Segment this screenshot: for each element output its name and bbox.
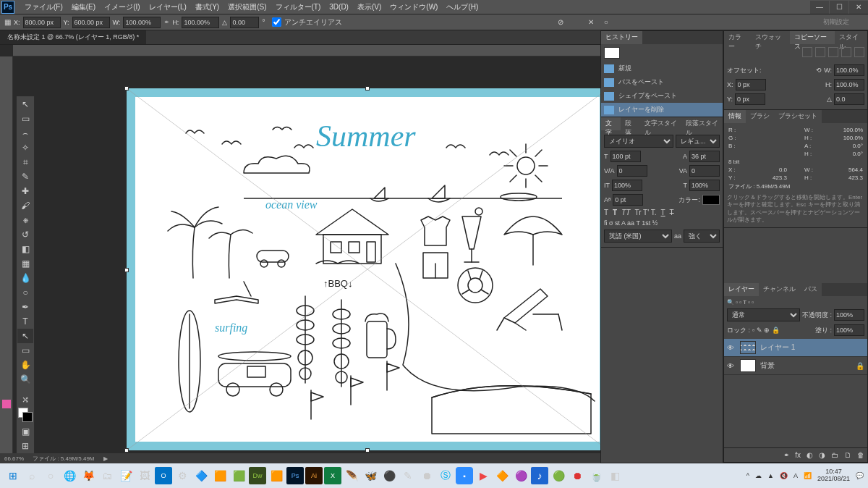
clone-src-icon[interactable]	[854, 47, 864, 57]
firefox-icon[interactable]: 🦊	[80, 467, 97, 484]
src-w-input[interactable]	[834, 64, 864, 76]
lasso-tool[interactable]: ⌢	[17, 126, 33, 140]
outlook-icon[interactable]: O	[155, 467, 172, 484]
opt-angle-input[interactable]	[230, 17, 259, 28]
visibility-icon[interactable]: 👁	[727, 362, 736, 370]
app-icon[interactable]: ✎	[399, 467, 417, 484]
app-icon[interactable]: ♪	[531, 467, 548, 484]
move-tool[interactable]: ↖	[17, 97, 33, 112]
opt-y-input[interactable]	[72, 17, 110, 28]
history-item[interactable]: レイヤーを削除	[601, 103, 723, 117]
close-button[interactable]: ✕	[849, 1, 868, 14]
menu-window[interactable]: ウィンドウ(W)	[386, 0, 442, 14]
menu-select[interactable]: 選択範囲(S)	[224, 0, 271, 14]
cancel-transform-icon[interactable]: ⊘	[558, 18, 563, 26]
text-color-swatch[interactable]	[702, 195, 720, 205]
vlc-icon[interactable]: 🔶	[493, 467, 511, 484]
src-x-input[interactable]	[736, 79, 766, 91]
tray-notifications-icon[interactable]: 💬	[856, 472, 864, 479]
app-icon[interactable]: 🟩	[230, 467, 247, 484]
app-icon[interactable]: 🦋	[362, 467, 379, 484]
aa-select[interactable]: 強く	[684, 230, 720, 243]
screen-mode-tool[interactable]: ⊞	[17, 439, 33, 453]
preset-label[interactable]: 初期設定	[823, 17, 849, 27]
app-icon[interactable]: 🟣	[512, 467, 529, 484]
clone-src-icon[interactable]	[802, 47, 812, 57]
hscale-input[interactable]	[689, 180, 720, 191]
app-icon[interactable]: 🔷	[192, 467, 210, 484]
heal-tool[interactable]: ✚	[17, 184, 33, 198]
menu-type[interactable]: 書式(Y)	[191, 0, 224, 14]
skype-icon[interactable]: Ⓢ	[437, 467, 454, 484]
delete-layer-icon[interactable]: 🗑	[857, 451, 864, 459]
explorer-icon[interactable]: 🗂	[98, 467, 116, 484]
kern-input[interactable]	[617, 165, 647, 177]
track-input[interactable]	[689, 165, 720, 177]
fill-input[interactable]	[834, 324, 864, 336]
app-icon[interactable]: 🟧	[211, 467, 229, 484]
eraser-tool[interactable]: ◧	[17, 242, 33, 256]
transform-handle[interactable]	[365, 86, 370, 91]
history-tab[interactable]: ヒストリー	[601, 31, 642, 44]
brush-tool[interactable]: 🖌	[17, 198, 33, 213]
baseline-input[interactable]	[613, 194, 643, 206]
minimize-button[interactable]: —	[810, 1, 829, 14]
marquee-tool[interactable]: ▭	[17, 112, 33, 126]
chrome-icon[interactable]: 🌐	[61, 467, 78, 484]
menu-help[interactable]: ヘルプ(H)	[442, 0, 482, 14]
transform-handle[interactable]	[365, 448, 370, 453]
record-icon[interactable]: ⏺	[569, 467, 586, 484]
gradient-tool[interactable]: ▦	[17, 256, 33, 271]
brush-tab[interactable]: ブラシ	[746, 110, 774, 123]
quickmask-tool[interactable]: ▣	[17, 424, 33, 439]
opacity-input[interactable]	[834, 309, 864, 321]
dreamweaver-icon[interactable]: Dw	[249, 467, 266, 484]
notes-icon[interactable]: 📝	[117, 467, 135, 484]
menu-view[interactable]: 表示(V)	[353, 0, 386, 14]
history-item[interactable]: パスをペースト	[601, 75, 723, 89]
para-tab[interactable]: 段落	[621, 117, 640, 130]
paths-tab[interactable]: パス	[800, 283, 822, 296]
sublime-icon[interactable]: 🟧	[268, 467, 285, 484]
search-button[interactable]: ⌕	[23, 467, 41, 484]
cortana-button[interactable]: ○	[42, 467, 59, 484]
history-item[interactable]: シェイプをペースト	[601, 89, 723, 103]
menu-image[interactable]: イメージ(I)	[100, 0, 144, 14]
lang-select[interactable]: 英語 (米国)	[604, 230, 672, 243]
canvas[interactable]: Summer ocean view surfing ↑BBQ↓	[127, 88, 600, 450]
tray-chevron-icon[interactable]: ^	[746, 472, 749, 479]
leading-input[interactable]	[689, 151, 720, 162]
swap-colors-icon[interactable]: ⤭	[17, 392, 33, 407]
style-select[interactable]: レギュ...	[676, 135, 720, 148]
mask-icon[interactable]: ◐	[807, 451, 813, 459]
zoom-level[interactable]: 66.67%	[4, 455, 24, 462]
tray-wifi-icon[interactable]: 📶	[804, 472, 812, 479]
opt-h-input[interactable]	[182, 17, 219, 28]
menu-edit[interactable]: 編集(E)	[67, 0, 100, 14]
layers-tab[interactable]: レイヤー	[724, 283, 759, 296]
copysource-tab[interactable]: コピーソース	[790, 31, 835, 44]
wand-tool[interactable]: ✧	[17, 140, 33, 155]
layer-row[interactable]: 👁背景🔒	[724, 357, 867, 375]
document-tab[interactable]: 名称未設定 1 @ 66.7% (レイヤー 1, RGB/8) *	[0, 30, 146, 44]
visibility-icon[interactable]: 👁	[727, 344, 736, 352]
styles-tab[interactable]: スタイル	[835, 31, 867, 44]
tray-ime-icon[interactable]: A	[793, 472, 798, 479]
charstyle-tab[interactable]: 文字スタイル	[640, 117, 681, 130]
clone-src-icon[interactable]	[815, 47, 825, 57]
photoshop-icon[interactable]: Ps	[286, 467, 304, 484]
type-tool[interactable]: T	[17, 314, 33, 329]
maximize-button[interactable]: ☐	[830, 1, 848, 14]
history-brush-tool[interactable]: ↺	[17, 227, 33, 242]
app-icon[interactable]: ⚫	[380, 467, 398, 484]
dodge-tool[interactable]: ○	[17, 285, 33, 300]
start-button[interactable]: ⊞	[4, 467, 22, 484]
menu-file[interactable]: ファイル(F)	[20, 0, 67, 14]
clone-src-icon[interactable]	[828, 47, 838, 57]
pen-tool[interactable]: ✒	[17, 300, 33, 314]
shape-tool[interactable]: ▭	[17, 343, 33, 358]
menu-layer[interactable]: レイヤー(L)	[145, 0, 191, 14]
brushset-tab[interactable]: ブラシセット	[774, 110, 822, 123]
src-y-input[interactable]	[735, 93, 765, 105]
src-h-input[interactable]	[834, 79, 864, 91]
